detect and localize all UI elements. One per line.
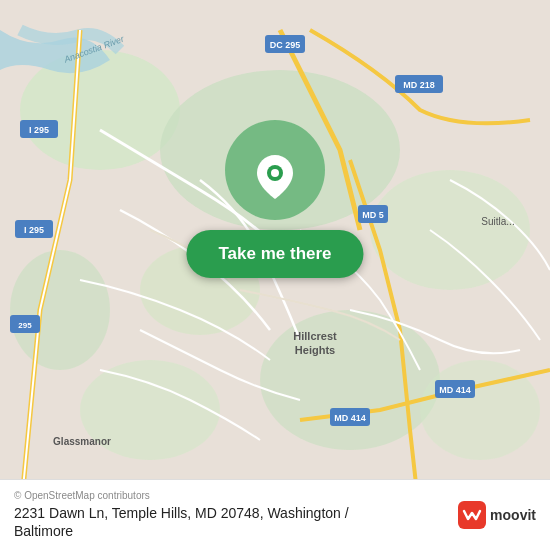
svg-text:MD 414: MD 414	[439, 385, 471, 395]
svg-point-7	[10, 250, 110, 370]
svg-text:MD 218: MD 218	[403, 80, 435, 90]
bottom-bar-info: © OpenStreetMap contributors 2231 Dawn L…	[14, 490, 384, 540]
svg-point-3	[370, 170, 530, 290]
take-me-there-button[interactable]: Take me there	[186, 230, 363, 278]
copyright-text: © OpenStreetMap contributors	[14, 490, 384, 501]
svg-point-31	[271, 169, 279, 177]
svg-text:MD 414: MD 414	[334, 413, 366, 423]
svg-point-4	[260, 310, 440, 450]
moovit-icon	[458, 501, 486, 529]
moovit-logo: moovit	[458, 501, 536, 529]
svg-text:I 295: I 295	[29, 125, 49, 135]
svg-text:Heights: Heights	[295, 344, 335, 356]
svg-text:Hillcrest: Hillcrest	[293, 330, 337, 342]
svg-text:MD 5: MD 5	[362, 210, 384, 220]
moovit-text: moovit	[490, 507, 536, 523]
svg-text:I 295: I 295	[24, 225, 44, 235]
address-text: 2231 Dawn Ln, Temple Hills, MD 20748, Wa…	[14, 504, 384, 540]
svg-text:295: 295	[18, 321, 32, 330]
bottom-bar: © OpenStreetMap contributors 2231 Dawn L…	[0, 479, 550, 550]
svg-text:DC 295: DC 295	[270, 40, 301, 50]
svg-text:Suitla...: Suitla...	[481, 216, 514, 227]
location-pin	[257, 155, 293, 203]
map-container: I 295 I 295 295 DC 295 MD 218 MD 5 MD 41…	[0, 0, 550, 550]
svg-text:Glassmanor: Glassmanor	[53, 436, 111, 447]
